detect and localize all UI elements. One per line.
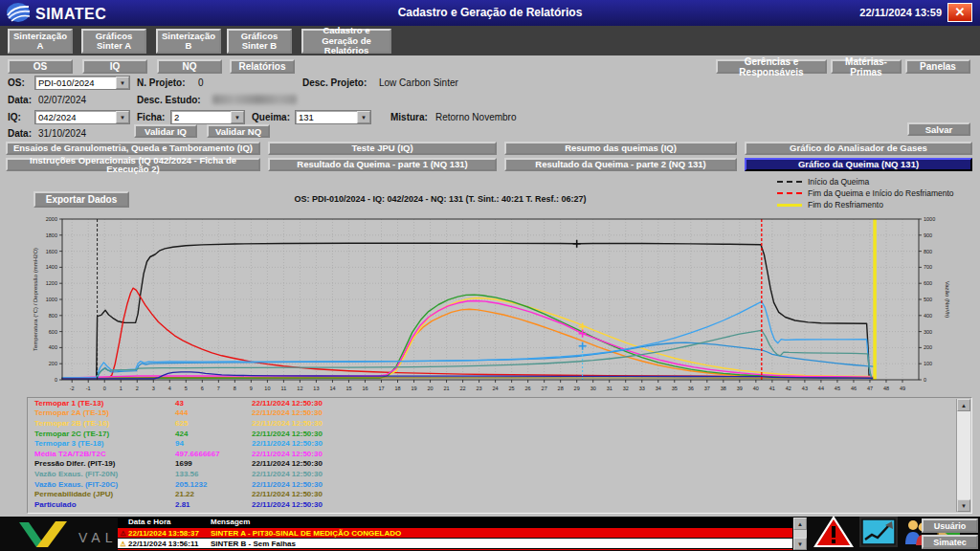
svg-text:24: 24 [493, 386, 499, 391]
report-button-1-0[interactable]: Instruções Operacionais (IQ 042/2024 - F… [6, 158, 260, 171]
subnav-relat-rios[interactable]: Relatórios [230, 59, 295, 74]
burn-chart[interactable]: 0200400600800100012001400160018002000010… [29, 211, 976, 397]
alarm-warning-icon: ⚠ [118, 530, 128, 537]
validar-iq-button[interactable]: Validar IQ [134, 124, 197, 138]
validar-nq-button[interactable]: Validar NQ [207, 124, 270, 138]
chevron-down-icon[interactable]: ▼ [116, 77, 129, 89]
reading-value: 133.56 [175, 470, 252, 478]
ficha-select[interactable]: 2 ▼ [170, 110, 245, 124]
svg-text:49: 49 [900, 386, 905, 391]
svg-text:35: 35 [672, 386, 678, 391]
alarm-datetime: 22/11/2024 13:58:37 [128, 529, 211, 538]
report-button-1-3[interactable]: Gráfico da Queima (NQ 131) [745, 158, 972, 171]
svg-text:19: 19 [411, 386, 416, 391]
salvar-button[interactable]: Salvar [907, 122, 970, 136]
svg-text:36: 36 [688, 386, 694, 391]
nav-tab-gr-ficos-sinter-a[interactable]: Gráficos Sinter A [81, 29, 146, 54]
reading-timestamp: 22/11/2024 12:50:30 [252, 419, 376, 428]
svg-text:30: 30 [590, 386, 596, 391]
subnav-mat-rias-primas[interactable]: Matérias-Primas [831, 59, 902, 74]
reading-name: Particulado [34, 500, 175, 509]
nav-tab-cadastro-e-gera-o-de-relat-rios[interactable]: Cadastro e Geração de Relatórios [301, 29, 391, 54]
svg-text:11: 11 [281, 386, 287, 391]
alarm-list[interactable]: Data e HoraMensagem⚠22/11/2024 13:58:37S… [118, 518, 792, 550]
scroll-up-icon[interactable]: ▲ [793, 518, 807, 530]
svg-text:17: 17 [378, 386, 384, 391]
report-button-0-2[interactable]: Resumo das queimas (IQ) [504, 142, 737, 155]
vale-logo: VALE [17, 519, 131, 548]
svg-text:44: 44 [818, 386, 824, 391]
alarm-scrollbar[interactable]: ▲ ▼ [793, 518, 807, 550]
svg-text:7: 7 [217, 386, 220, 391]
svg-text:18: 18 [394, 386, 400, 391]
scroll-down-icon[interactable]: ▼ [793, 538, 807, 550]
subnav-ger-ncias-e-respons-veis[interactable]: Gerências e Responsáveis [716, 59, 827, 74]
close-icon[interactable]: ✕ [947, 3, 972, 22]
reading-value: 497.6666667 [175, 450, 252, 458]
descestudo-label: Desc. Estudo: [137, 95, 201, 105]
reading-timestamp: 22/11/2024 12:50:30 [252, 500, 376, 509]
svg-text:300: 300 [924, 329, 932, 335]
reading-row: Termopar 2C (TE-17)42422/11/2024 12:50:3… [28, 429, 971, 439]
nav-tab-sinteriza-o-a[interactable]: Sinterização A [8, 29, 73, 54]
report-button-0-1[interactable]: Teste JPU (IQ) [268, 142, 497, 155]
subnav-iq[interactable]: IQ [82, 59, 147, 74]
chevron-down-icon[interactable]: ▼ [116, 111, 129, 123]
reading-row: Média T2A/T2B/T2C497.666666722/11/2024 1… [28, 449, 971, 459]
clock: 22/11/2024 13:59 [859, 7, 942, 18]
svg-text:42: 42 [786, 386, 791, 391]
svg-text:46: 46 [851, 386, 857, 391]
queima-label: Queima: [252, 112, 290, 122]
reading-timestamp: 22/11/2024 12:50:30 [252, 430, 376, 438]
svg-text:600: 600 [924, 280, 932, 286]
svg-text:1600: 1600 [46, 249, 57, 254]
svg-text:40: 40 [753, 386, 759, 391]
simatec-user-button[interactable]: Simatec [922, 535, 978, 549]
reading-name: Vazão Exaus. (FIT-20C) [34, 480, 175, 489]
svg-text:400: 400 [924, 313, 932, 319]
svg-text:47: 47 [867, 386, 873, 391]
report-button-1-1[interactable]: Resultado da Queima - parte 1 (NQ 131) [268, 158, 497, 171]
trend-chart-icon[interactable] [859, 517, 898, 551]
report-button-0-0[interactable]: Ensaios de Granulometria, Queda e Tambor… [6, 142, 260, 155]
reading-row: Particulado2.8122/11/2024 12:50:30 [28, 499, 971, 510]
nav-tab-gr-ficos-sinter-b[interactable]: Gráficos Sinter B [227, 29, 292, 54]
alarm-warning-icon[interactable] [813, 516, 854, 551]
svg-text:31: 31 [607, 386, 612, 391]
chevron-down-icon[interactable]: ▼ [357, 111, 370, 123]
reading-value: 43 [175, 399, 252, 408]
svg-text:10: 10 [264, 386, 270, 391]
exportar-dados-button[interactable]: Exportar Dados [33, 191, 129, 208]
svg-text:15: 15 [345, 386, 351, 391]
scroll-down-icon[interactable]: ▼ [957, 499, 970, 512]
os-select[interactable]: PDI-010/2024 ▼ [34, 76, 130, 90]
svg-text:22: 22 [460, 386, 466, 391]
report-button-0-3[interactable]: Gráfico do Analisador de Gases [745, 142, 972, 155]
subnav-nq[interactable]: NQ [157, 59, 222, 74]
svg-text:1400: 1400 [46, 264, 57, 270]
subnav-os[interactable]: OS [8, 59, 73, 74]
nav-tab-sinteriza-o-b[interactable]: Sinterização B [156, 29, 221, 54]
svg-text:41: 41 [769, 386, 775, 391]
scroll-up-icon[interactable]: ▲ [957, 399, 970, 411]
usuario-button[interactable]: Usuário [922, 518, 978, 533]
reading-row: Termopar 3 (TE-18)9422/11/2024 12:50:30 [28, 438, 971, 449]
reading-name: Termopar 2B (TE-16) [34, 419, 175, 428]
svg-text:12: 12 [297, 386, 302, 391]
queima-select[interactable]: 131 ▼ [295, 110, 371, 124]
reading-row: Termopar 2B (TE-16)62522/11/2024 12:50:3… [28, 418, 971, 429]
readings-scrollbar[interactable]: ▲ ▼ [956, 399, 970, 512]
alarm-row[interactable]: ⚠22/11/2024 13:58:37SINTER A - PIT30-SIN… [118, 528, 792, 538]
svg-text:Vazão (Nm³/h): Vazão (Nm³/h) [945, 281, 950, 319]
nprojeto-value: 0 [198, 77, 204, 88]
alarm-row[interactable]: ⚠22/11/2024 11:46:18SINTER B - OK [118, 549, 792, 550]
subnav-panelas[interactable]: Panelas [905, 59, 970, 74]
data-iq-label: Data: [8, 128, 32, 139]
svg-text:37: 37 [704, 386, 710, 391]
report-button-1-2[interactable]: Resultado da Queima - parte 2 (NQ 131) [504, 158, 737, 171]
iq-select[interactable]: 042/2024 ▼ [34, 110, 130, 124]
chevron-down-icon[interactable]: ▼ [231, 111, 244, 123]
reading-name: Termopar 3 (TE-18) [34, 439, 175, 448]
alarm-row[interactable]: ⚠22/11/2024 13:56:11SINTER B - Sem Falha… [118, 539, 792, 548]
alarm-datetime: 22/11/2024 13:56:11 [128, 540, 211, 548]
